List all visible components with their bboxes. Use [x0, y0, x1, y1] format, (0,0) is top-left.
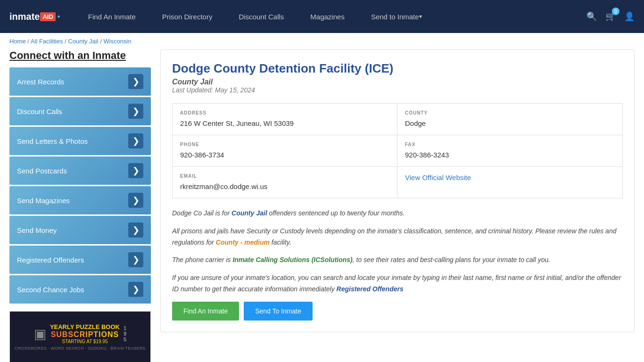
arrow-icon: ❯ [128, 282, 143, 297]
user-icon[interactable]: 👤 [624, 11, 635, 22]
breadcrumb-county-jail[interactable]: County Jail [68, 38, 98, 45]
county-label: COUNTY [405, 110, 615, 115]
desc3-after: , to see their rates and best-calling pl… [353, 256, 550, 263]
breadcrumb-all-facilities[interactable]: All Facilities [31, 38, 63, 45]
nav-magazines[interactable]: Magazines [297, 0, 358, 33]
email-label: EMAIL [180, 173, 389, 179]
sidebar-item-second-chance-jobs[interactable]: Second Chance Jobs ❯ [9, 275, 151, 304]
phone-label: PHONE [180, 142, 389, 147]
county-cell: COUNTY Dodge [397, 104, 622, 135]
email-value: rkreitzman@co.dodge.wi.us [180, 181, 389, 191]
facility-title: Dodge County Detention Facility (ICE) [172, 61, 623, 76]
desc1-bold: County Jail [231, 209, 267, 217]
cart-wrapper[interactable]: 🛒 0 [605, 11, 616, 22]
arrow-icon: ❯ [128, 222, 143, 238]
main-container: Connect with an Inmate Arrest Records ❯ … [0, 49, 644, 362]
logo[interactable]: inmate AID ✦ [9, 11, 61, 22]
find-inmate-button[interactable]: Find An Inmate [172, 302, 239, 321]
facility-updated: Last Updated: May 15, 2024 [172, 86, 623, 94]
sidebar-title: Connect with an Inmate [9, 49, 151, 62]
arrow-icon: ❯ [128, 104, 143, 119]
fax-label: FAX [405, 142, 615, 147]
sidebar-item-discount-calls[interactable]: Discount Calls ❯ [9, 97, 151, 125]
ad-banner[interactable]: ▣ YEARLY PUZZLE BOOK SUBSCRIPTIONS START… [9, 311, 151, 362]
sidebar-item-arrest-records[interactable]: Arrest Records ❯ [9, 67, 151, 96]
county-value: Dodge [405, 118, 615, 128]
desc-paragraph-1: Dodge Co Jail is for County Jail offende… [172, 208, 623, 219]
desc1-after: offenders sentenced up to twenty four mo… [267, 209, 405, 217]
content-area: Dodge County Detention Facility (ICE) Co… [160, 49, 635, 362]
fax-value: 920-386-3243 [405, 150, 615, 160]
desc-paragraph-4: If you are unsure of your inmate's locat… [172, 272, 623, 295]
bottom-buttons: Find An Inmate Send To Inmate [172, 302, 623, 321]
address-label: ADDRESS [180, 110, 389, 115]
desc3-before: The phone carrier is [172, 256, 232, 263]
facility-info-grid: ADDRESS 216 W Center St, Juneau, WI 5303… [172, 103, 623, 198]
website-cell: View Official Website [397, 167, 622, 198]
sidebar-item-send-magazines[interactable]: Send Magazines ❯ [9, 186, 151, 214]
desc2-bold: County - medium [216, 239, 270, 246]
desc-paragraph-3: The phone carrier is Inmate Calling Solu… [172, 255, 623, 266]
nav-discount-calls[interactable]: Discount Calls [225, 0, 297, 33]
phone-value: 920-386-3734 [180, 150, 389, 160]
arrow-icon: ❯ [128, 252, 143, 267]
site-header: inmate AID ✦ Find An Inmate Prison Direc… [0, 0, 644, 33]
sidebar: Connect with an Inmate Arrest Records ❯ … [9, 49, 151, 362]
cart-badge: 0 [612, 8, 619, 15]
sidebar-item-send-letters[interactable]: Send Letters & Photos ❯ [9, 127, 151, 155]
desc2-after: facility. [270, 239, 291, 246]
facility-card: Dodge County Detention Facility (ICE) Co… [160, 49, 635, 332]
sidebar-menu: Arrest Records ❯ Discount Calls ❯ Send L… [9, 67, 151, 304]
desc4-bold: Registered Offenders [337, 285, 404, 293]
phone-cell: PHONE 920-386-3734 [173, 135, 397, 167]
fax-cell: FAX 920-386-3243 [397, 135, 622, 167]
arrow-icon: ❯ [128, 193, 143, 208]
facility-description: Dodge Co Jail is for County Jail offende… [172, 208, 623, 295]
breadcrumb: Home / All Facilities / County Jail / Wi… [0, 33, 644, 49]
breadcrumb-wisconsin[interactable]: Wisconsin [103, 38, 131, 45]
sidebar-item-send-money[interactable]: Send Money ❯ [9, 216, 151, 244]
arrow-icon: ❯ [128, 74, 143, 89]
nav-send-to-inmate[interactable]: Send to Inmate [358, 0, 435, 33]
breadcrumb-home[interactable]: Home [9, 38, 26, 45]
main-nav: Find An Inmate Prison Directory Discount… [75, 0, 586, 33]
address-cell: ADDRESS 216 W Center St, Juneau, WI 5303… [173, 104, 397, 135]
nav-prison-directory[interactable]: Prison Directory [149, 0, 226, 33]
desc1-before: Dodge Co Jail is for [172, 209, 231, 217]
sidebar-item-send-postcards[interactable]: Send Postcards ❯ [9, 156, 151, 185]
sidebar-item-registered-offenders[interactable]: Registered Offenders ❯ [9, 246, 151, 274]
arrow-icon: ❯ [128, 163, 143, 178]
facility-type: County Jail [172, 78, 623, 86]
address-value: 216 W Center St, Juneau, WI 53039 [180, 118, 389, 128]
website-link[interactable]: View Official Website [405, 173, 471, 181]
search-icon[interactable]: 🔍 [586, 11, 597, 22]
desc-paragraph-2: All prisons and jails have Security or C… [172, 226, 623, 248]
nav-find-inmate[interactable]: Find An Inmate [75, 0, 149, 33]
desc3-bold: Inmate Calling Solutions (ICSolutions) [232, 256, 352, 263]
send-to-inmate-button[interactable]: Send To Inmate [244, 302, 313, 321]
header-icons: 🔍 🛒 0 👤 [586, 11, 635, 22]
arrow-icon: ❯ [128, 133, 143, 148]
email-cell: EMAIL rkreitzman@co.dodge.wi.us [173, 167, 397, 198]
